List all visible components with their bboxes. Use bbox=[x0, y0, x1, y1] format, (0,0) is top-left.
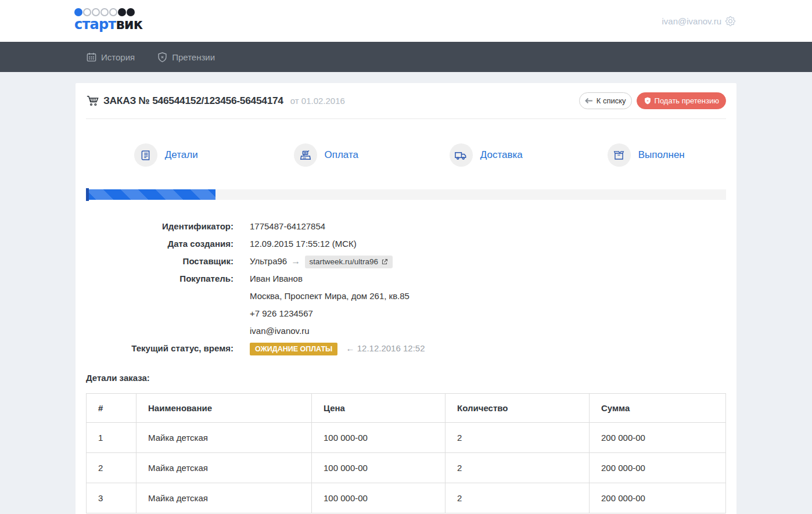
box-icon bbox=[608, 143, 631, 167]
shield-filled-icon bbox=[644, 96, 652, 105]
status-label: Текущий статус, время: bbox=[86, 340, 233, 357]
nav-claims-label: Претензии bbox=[172, 52, 215, 62]
main-navbar: История Претензии bbox=[0, 42, 812, 72]
buyer-name: Иван Иванов bbox=[250, 270, 409, 287]
topbar: стартвик ivan@ivanov.ru bbox=[0, 0, 812, 42]
buyer-label: Покупатель: bbox=[86, 270, 233, 340]
buyer-phone: +7 926 1234567 bbox=[250, 305, 409, 322]
logo-text: стартвик bbox=[74, 17, 142, 33]
col-sum: Сумма bbox=[590, 394, 726, 423]
order-card: ЗАКАЗ № 546544152/123456-56454174 от 01.… bbox=[76, 83, 736, 514]
nav-history-label: История bbox=[101, 52, 135, 62]
nav-item-history[interactable]: История bbox=[86, 52, 135, 63]
identifier-label: Идентификатор: bbox=[86, 218, 233, 235]
gear-icon[interactable] bbox=[725, 16, 735, 26]
buyer-email: ivan@ivanov.ru bbox=[250, 322, 409, 340]
step-details[interactable]: Детали bbox=[86, 143, 246, 167]
order-items-table: # Наименование Цена Количество Сумма 1Ма… bbox=[86, 393, 726, 513]
calendar-icon bbox=[86, 52, 97, 63]
submit-claim-button[interactable]: Подать претензию bbox=[637, 92, 726, 109]
back-to-list-button[interactable]: К списку bbox=[579, 92, 632, 109]
step-payment[interactable]: Оплата bbox=[246, 143, 407, 167]
table-row: 2Майка детская100 000-002200 000-00 bbox=[87, 453, 726, 483]
col-price: Цена bbox=[312, 394, 445, 423]
order-steps: Детали Оплата bbox=[86, 119, 726, 167]
document-icon bbox=[134, 143, 157, 167]
order-date: от 01.02.2016 bbox=[290, 96, 345, 106]
progress-start-marker bbox=[86, 188, 89, 201]
step-completed[interactable]: Выполнен bbox=[566, 143, 727, 167]
identifier-value: 1775487-64127854 bbox=[250, 218, 325, 235]
supplier-arrow: → bbox=[291, 256, 300, 266]
cash-register-icon bbox=[294, 143, 317, 167]
step-delivery[interactable]: Доставка bbox=[406, 143, 566, 167]
external-link-icon bbox=[381, 258, 388, 265]
col-number: # bbox=[87, 394, 136, 423]
supplier-name: Ультра96 bbox=[250, 256, 287, 266]
table-row: 3Майка детская100 000-002200 000-00 bbox=[87, 483, 726, 513]
arrow-left-icon bbox=[585, 98, 593, 104]
col-quantity: Количество bbox=[445, 394, 590, 423]
status-time: ← 12.12.2016 12:52 bbox=[346, 343, 425, 353]
order-header: ЗАКАЗ № 546544152/123456-56454174 от 01.… bbox=[86, 83, 726, 119]
status-badge: ОЖИДАНИЕ ОПЛАТЫ bbox=[250, 343, 337, 355]
order-details: Идентификатор: 1775487-64127854 Дата соз… bbox=[86, 218, 726, 357]
order-table-heading: Детали заказа: bbox=[86, 373, 726, 383]
buyer-address: Москва, Проспект Мира, дом 261, кв.85 bbox=[250, 287, 409, 305]
supplier-label: Поставщик: bbox=[86, 253, 233, 270]
truck-icon bbox=[450, 143, 473, 167]
created-value: 12.09.2015 17:55:12 (МСК) bbox=[250, 235, 357, 253]
created-label: Дата создания: bbox=[86, 235, 233, 253]
progress-fill bbox=[86, 189, 215, 200]
col-name: Наименование bbox=[136, 394, 312, 423]
nav-item-claims[interactable]: Претензии bbox=[157, 52, 215, 63]
logo[interactable]: стартвик bbox=[74, 8, 142, 33]
cart-icon bbox=[86, 95, 99, 107]
shield-icon bbox=[157, 52, 168, 63]
table-row: 1Майка детская100 000-002200 000-00 bbox=[87, 423, 726, 453]
order-progress-bar bbox=[86, 189, 726, 200]
order-title: ЗАКАЗ № 546544152/123456-56454174 bbox=[103, 95, 283, 107]
logo-dots-icon bbox=[74, 8, 142, 16]
user-email[interactable]: ivan@ivanov.ru bbox=[662, 16, 722, 26]
supplier-link[interactable]: startweek.ru/ultra96 bbox=[305, 256, 393, 268]
